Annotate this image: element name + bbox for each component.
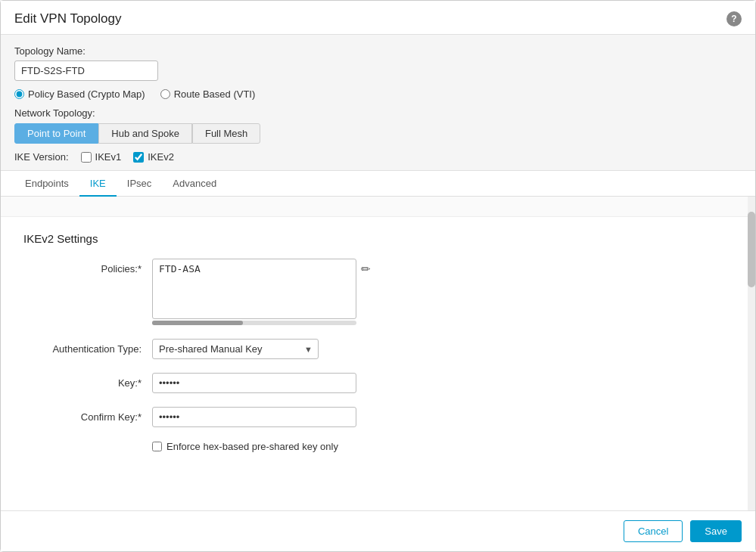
top-form-section: Topology Name: Policy Based (Crypto Map)… (1, 35, 755, 171)
tabs-bar: Endpoints IKE IPsec Advanced (1, 171, 755, 197)
topo-btn-point-to-point[interactable]: Point to Point (14, 123, 98, 144)
tab-ipsec[interactable]: IPsec (117, 171, 163, 197)
policy-area-wrapper: FTD-ASA ✏ (152, 259, 371, 319)
ikev1-checkbox[interactable] (81, 152, 92, 163)
key-row: Key: (23, 373, 733, 393)
right-scrollbar[interactable] (748, 197, 755, 510)
auth-type-select-wrapper: Pre-shared Manual Key Certificate ▼ (152, 339, 319, 359)
enforce-hex-text: Enforce hex-based pre-shared key only (166, 441, 338, 452)
ikev1-label: IKEv1 (95, 151, 122, 163)
main-content: IKEv2 Settings Policies: FTD-ASA ✏ Authe… (1, 197, 755, 510)
scroll-hint-bar (1, 197, 755, 217)
edit-policy-icon[interactable]: ✏ (361, 262, 371, 276)
enforce-hex-label[interactable]: Enforce hex-based pre-shared key only (152, 441, 338, 452)
tab-ike[interactable]: IKE (79, 171, 117, 197)
enforce-hex-checkbox[interactable] (152, 442, 162, 451)
edit-vpn-topology-dialog: Edit VPN Topology ? Topology Name: Polic… (0, 0, 756, 552)
enforce-hex-row: Enforce hex-based pre-shared key only (152, 441, 733, 452)
policy-scrollbar-thumb (152, 321, 243, 325)
vpn-type-row: Policy Based (Crypto Map) Route Based (V… (14, 88, 742, 100)
policies-label: Policies: (23, 259, 152, 274)
ike-version-label: IKE Version: (14, 151, 69, 163)
cancel-button[interactable]: Cancel (624, 520, 683, 542)
confirm-key-input[interactable] (152, 407, 356, 427)
help-icon[interactable]: ? (726, 11, 742, 26)
confirm-key-row: Confirm Key: (23, 407, 733, 427)
topo-btn-hub-and-spoke[interactable]: Hub and Spoke (98, 123, 192, 144)
key-label: Key: (23, 373, 152, 389)
ikev2-settings-section: IKEv2 Settings Policies: FTD-ASA ✏ Authe… (1, 217, 755, 467)
key-input[interactable] (152, 373, 356, 393)
ikev2-checkbox[interactable] (133, 152, 144, 163)
tab-advanced[interactable]: Advanced (162, 171, 227, 197)
network-topology-label: Network Topology: (14, 107, 742, 119)
ike-version-row: IKE Version: IKEv1 IKEv2 (14, 151, 742, 163)
policies-textarea[interactable]: FTD-ASA (152, 259, 356, 319)
ikev2-checkbox-label[interactable]: IKEv2 (133, 151, 174, 163)
topology-name-label: Topology Name: (14, 45, 742, 57)
scrollbar-thumb (748, 212, 755, 287)
policies-row: Policies: FTD-ASA ✏ (23, 259, 733, 325)
ikev1-checkbox-label[interactable]: IKEv1 (81, 151, 122, 163)
topology-name-input[interactable] (14, 60, 158, 81)
topology-buttons: Point to Point Hub and Spoke Full Mesh (14, 123, 742, 144)
dialog-title: Edit VPN Topology (14, 11, 121, 26)
ikev2-label: IKEv2 (148, 151, 174, 163)
topo-btn-full-mesh[interactable]: Full Mesh (192, 123, 260, 144)
policy-scrollbar (152, 321, 356, 325)
confirm-key-label: Confirm Key: (23, 407, 152, 423)
dialog-header: Edit VPN Topology ? (1, 1, 755, 35)
route-based-radio[interactable]: Route Based (VTI) (160, 88, 256, 100)
auth-type-label: Authentication Type: (23, 339, 152, 355)
auth-type-row: Authentication Type: Pre-shared Manual K… (23, 339, 733, 359)
save-button[interactable]: Save (690, 520, 742, 542)
policy-area-container: FTD-ASA ✏ (152, 259, 371, 325)
auth-type-select[interactable]: Pre-shared Manual Key Certificate (152, 339, 319, 359)
policy-based-radio[interactable]: Policy Based (Crypto Map) (14, 88, 145, 100)
dialog-footer: Cancel Save (1, 510, 755, 551)
tab-endpoints[interactable]: Endpoints (14, 171, 79, 197)
ikev2-settings-title: IKEv2 Settings (23, 232, 733, 245)
